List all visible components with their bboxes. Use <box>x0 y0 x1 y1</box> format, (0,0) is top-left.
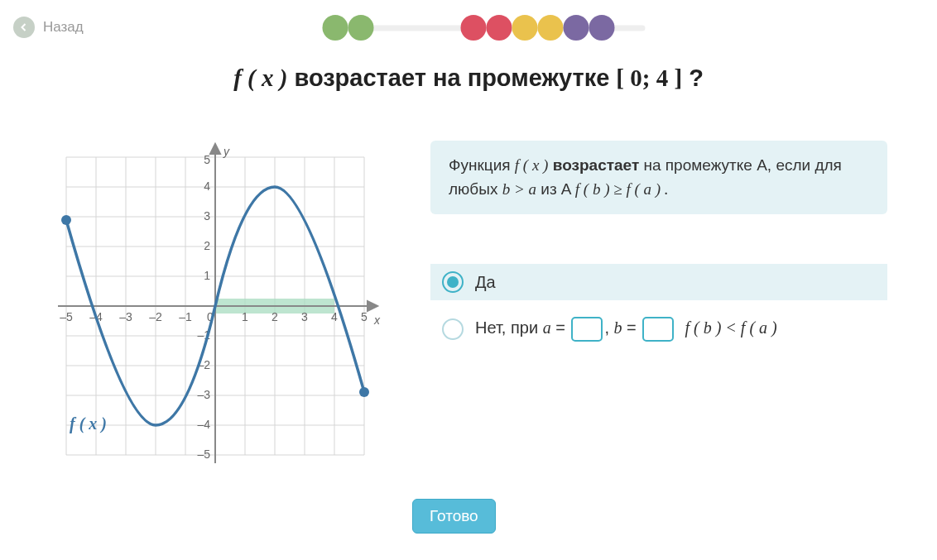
svg-text:2: 2 <box>204 239 210 252</box>
svg-text:y: y <box>223 145 230 158</box>
svg-text:1: 1 <box>204 269 210 282</box>
question-heading: f ( x ) возрастает на промежутке [ 0; 4 … <box>0 65 937 92</box>
back-button[interactable]: Назад <box>13 17 84 38</box>
svg-marker-24 <box>210 144 220 154</box>
svg-text:–5: –5 <box>197 448 210 461</box>
answer-yes-label: Да <box>475 273 496 292</box>
progress-dot <box>348 15 374 41</box>
svg-text:3: 3 <box>204 209 210 223</box>
radio-icon <box>442 271 464 293</box>
input-a[interactable] <box>571 317 603 342</box>
svg-marker-26 <box>368 301 377 311</box>
svg-point-50 <box>61 215 71 225</box>
svg-text:5: 5 <box>204 153 210 166</box>
progress-dot <box>461 15 487 41</box>
progress-dot <box>323 15 348 41</box>
progress-dot <box>512 15 538 41</box>
fx-curve-label: f ( x ) <box>70 414 107 433</box>
back-label: Назад <box>43 19 84 36</box>
answer-no[interactable]: Нет, при a = , b = f ( b ) < f ( a ) <box>430 310 887 348</box>
svg-text:1: 1 <box>242 310 248 323</box>
progress-dot <box>538 15 564 41</box>
function-graph: –5 –4 –3 –2 –1 0 1 2 3 4 5 –5 –4 –3 <box>50 141 381 471</box>
svg-point-51 <box>359 387 369 397</box>
hint-box: Функция f ( x ) возрастает на промежутке… <box>430 141 887 214</box>
radio-icon <box>442 318 464 340</box>
input-b[interactable] <box>642 317 674 342</box>
progress-dot <box>589 15 615 41</box>
progress-dot <box>487 15 512 41</box>
svg-text:2: 2 <box>271 310 278 323</box>
submit-button[interactable]: Готово <box>412 499 496 534</box>
svg-text:–3: –3 <box>197 388 210 401</box>
answer-no-label: Нет, при a = , b = f ( b ) < f ( a ) <box>475 317 777 342</box>
svg-text:–4: –4 <box>197 418 210 431</box>
svg-text:–1: –1 <box>179 310 192 323</box>
svg-text:4: 4 <box>204 179 210 193</box>
svg-text:4: 4 <box>331 310 338 323</box>
svg-text:5: 5 <box>361 310 368 323</box>
svg-text:–5: –5 <box>60 310 73 323</box>
svg-text:–2: –2 <box>149 310 162 323</box>
answer-yes[interactable]: Да <box>430 264 887 300</box>
progress-indicator <box>323 15 615 41</box>
svg-text:3: 3 <box>301 310 308 323</box>
svg-text:x: x <box>373 314 381 327</box>
progress-dot <box>564 15 589 41</box>
chevron-left-icon <box>13 17 35 38</box>
svg-text:–3: –3 <box>119 310 132 323</box>
